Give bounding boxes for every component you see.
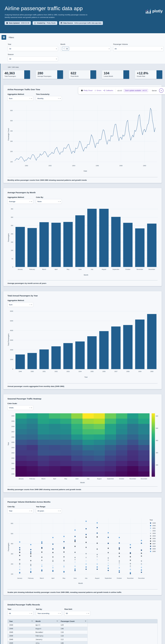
dropdown[interactable]: All×▾ <box>8 611 33 616</box>
scatter-chart-canvas[interactable]: 100200300400500600JanuaryFebruaryMarchAp… <box>7 515 159 586</box>
table-row[interactable]: 1949August148 <box>8 627 88 630</box>
table-cell: 1949 <box>8 624 34 626</box>
table-cell: August <box>34 628 59 630</box>
table-column-header[interactable]: Passenger Count <box>59 619 88 623</box>
table-row[interactable]: 1949April129 <box>8 623 88 627</box>
filter-icon[interactable] <box>85 620 86 622</box>
table-row[interactable]: 1949January112 <box>8 638 88 641</box>
svg-text:March: March <box>42 268 46 270</box>
devtools-collapse-button[interactable]: » <box>159 88 163 93</box>
dropdown[interactable]: Year×▾ <box>8 508 33 513</box>
table-row[interactable]: 1949July148 <box>8 641 88 644</box>
clear-icon[interactable]: × <box>29 612 31 614</box>
dropdown[interactable]: Average×▾ <box>8 199 33 204</box>
dropdown-value: Sum <box>9 98 29 100</box>
heatmap-cell <box>38 472 49 477</box>
plotly-cloud-link[interactable]: Plotly Cloud <box>81 90 92 92</box>
table-row[interactable]: 1949February118 <box>8 634 88 638</box>
clear-icon[interactable]: × <box>29 304 31 306</box>
dropdown[interactable]: None×▾ <box>36 199 62 204</box>
control-label: Sort by: <box>36 608 62 610</box>
svg-text:100: 100 <box>10 161 13 162</box>
clear-icon[interactable]: × <box>58 612 59 614</box>
table-column-header[interactable]: Year <box>8 619 34 623</box>
chevron-down-icon[interactable]: ▾ <box>56 48 57 50</box>
heatmap-canvas[interactable]: 1960195919581957195619551954195319521951… <box>7 412 159 484</box>
chevron-down-icon[interactable]: ▾ <box>60 613 60 614</box>
line-chart-canvas[interactable]: 1950195219541956195819601002003004005006… <box>7 102 159 174</box>
heatmap-cell <box>138 456 149 461</box>
clear-icon[interactable]: × <box>29 510 31 512</box>
svg-text:December: December <box>138 578 145 579</box>
chevron-down-icon[interactable]: ▾ <box>31 201 32 202</box>
dropdown[interactable]: All▾ <box>8 56 58 61</box>
chevron-down-icon[interactable]: ▾ <box>31 98 32 99</box>
table-row[interactable]: 1949December118 <box>8 630 88 634</box>
dropdown[interactable]: ×All▾ <box>60 46 111 51</box>
chevron-down-icon[interactable]: ▾ <box>88 613 89 614</box>
clear-icon[interactable]: × <box>58 510 59 512</box>
heatmap-cell <box>83 424 94 429</box>
svg-text:March: March <box>40 578 44 579</box>
heatmap-cell <box>16 461 27 466</box>
table-column-header[interactable]: Month <box>34 619 59 623</box>
chart-control: Year Range:All years×▾ <box>36 506 62 513</box>
dropdown[interactable]: Viridis×▾ <box>8 405 33 410</box>
chevron-down-icon[interactable]: ▾ <box>60 98 60 99</box>
chip-remove-icon[interactable]: × <box>62 48 65 50</box>
dropdown[interactable]: All years×▾ <box>36 508 62 513</box>
dropdown[interactable]: Sum×▾ <box>8 96 33 101</box>
errors-button[interactable]: ⚠Errors <box>94 90 101 92</box>
filter-year: Year All▾ <box>8 43 58 51</box>
x-axis-title: Month <box>16 482 149 484</box>
svg-text:Month: Month <box>84 274 88 276</box>
chevron-down-icon[interactable]: ▾ <box>31 407 32 408</box>
dropdown[interactable]: Sum×▾ <box>8 302 33 307</box>
card-annual-by-year: Total Annual Passengers by Year Aggregat… <box>3 291 162 389</box>
heatmap-cell <box>49 461 60 466</box>
chevron-down-icon[interactable]: ▾ <box>31 613 32 614</box>
chevron-down-icon[interactable]: ▾ <box>109 48 109 50</box>
svg-text:1950: 1950 <box>31 371 34 372</box>
svg-text:October: October <box>125 268 130 270</box>
svg-text:June: June <box>73 578 77 579</box>
dropdown[interactable]: All▾ <box>8 46 58 51</box>
dropdown[interactable]: All▾ <box>113 46 163 51</box>
clear-icon[interactable]: × <box>86 612 87 614</box>
clear-icon[interactable]: × <box>29 407 31 409</box>
clear-icon[interactable]: × <box>29 200 31 202</box>
dropdown-value: None <box>37 200 57 202</box>
heatmap-cell <box>49 450 60 456</box>
chevron-down-icon[interactable]: ▾ <box>161 48 162 50</box>
stat-card: 622Peak Month <box>69 70 96 79</box>
control-label: Aggregation Method: <box>8 300 33 302</box>
filter-icon[interactable] <box>57 620 58 622</box>
x-tick-label: January <box>16 478 27 480</box>
chevron-down-icon[interactable]: ▾ <box>56 58 57 60</box>
svg-text:1955: 1955 <box>90 371 93 372</box>
dropdown[interactable]: Monthly×▾ <box>36 96 62 101</box>
chevron-down-icon[interactable]: ▾ <box>31 304 32 306</box>
chevron-down-icon[interactable]: ▾ <box>60 201 60 202</box>
legend-item <box>150 546 151 547</box>
svg-text:1960: 1960 <box>143 165 146 166</box>
legend-item <box>150 530 151 532</box>
dash-update-badge[interactable]: Dash update available - v4.0.0 <box>124 89 148 92</box>
heatmap-cell <box>60 424 71 429</box>
svg-text:1957: 1957 <box>114 371 117 372</box>
bar-chart-canvas[interactable]: 0100020003000400050006000194919501951195… <box>7 308 159 380</box>
dropdown[interactable]: 50×▾ <box>64 611 90 616</box>
chevron-down-icon[interactable]: ▾ <box>31 510 32 512</box>
callbacks-icon <box>103 90 105 91</box>
legend[interactable]: 1949195019511952195319541955195619571958… <box>150 522 156 552</box>
clear-icon[interactable]: × <box>58 98 59 100</box>
dropdown[interactable]: Year ascending×▾ <box>36 611 62 616</box>
callbacks-button[interactable]: Callbacks <box>103 90 113 92</box>
bar-chart-canvas[interactable]: 050100150200250300350JanuaryFebruaryMarc… <box>7 206 159 278</box>
clear-icon[interactable]: × <box>58 200 59 202</box>
clear-icon[interactable]: × <box>29 98 31 100</box>
heatmap-cell <box>105 429 116 434</box>
chevron-down-icon[interactable]: ▾ <box>60 510 60 512</box>
filter-icon[interactable] <box>31 620 33 622</box>
table-cell: 129 <box>59 624 87 626</box>
